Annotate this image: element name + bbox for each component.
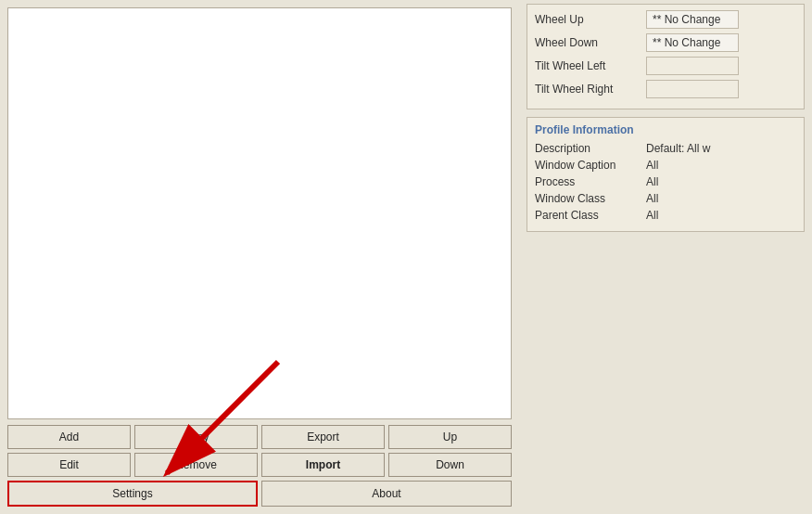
description-label: Description bbox=[535, 142, 646, 155]
mouse-section: Wheel Up ** No Change Wheel Down ** No C… bbox=[527, 4, 805, 109]
left-panel: Add Copy Export Up Edit Remove Import Do… bbox=[0, 0, 519, 514]
tilt-right-row: Tilt Wheel Right bbox=[535, 80, 796, 98]
wheel-down-label: Wheel Down bbox=[535, 36, 646, 49]
wheel-down-value: ** No Change bbox=[646, 33, 739, 52]
window-caption-value: All bbox=[646, 159, 658, 172]
settings-button[interactable]: Settings bbox=[7, 481, 258, 507]
tilt-left-value bbox=[646, 57, 739, 75]
tilt-left-label: Tilt Wheel Left bbox=[535, 59, 646, 72]
button-row-3: Settings About bbox=[7, 481, 512, 507]
parent-class-label: Parent Class bbox=[535, 209, 646, 222]
up-button[interactable]: Up bbox=[388, 425, 512, 449]
tilt-right-label: Tilt Wheel Right bbox=[535, 83, 646, 96]
about-button[interactable]: About bbox=[261, 481, 512, 507]
button-row-2: Edit Remove Import Down bbox=[7, 453, 512, 477]
copy-button[interactable]: Copy bbox=[134, 425, 258, 449]
tilt-right-value bbox=[646, 80, 739, 98]
main-container: Add Copy Export Up Edit Remove Import Do… bbox=[0, 0, 812, 514]
wheel-up-value: ** No Change bbox=[646, 10, 739, 29]
description-row: Description Default: All w bbox=[535, 142, 796, 155]
profile-section-title: Profile Information bbox=[535, 123, 796, 136]
tilt-left-row: Tilt Wheel Left bbox=[535, 57, 796, 75]
remove-button[interactable]: Remove bbox=[134, 453, 258, 477]
profile-section: Profile Information Description Default:… bbox=[527, 117, 805, 232]
description-value: Default: All w bbox=[646, 142, 710, 155]
down-button[interactable]: Down bbox=[388, 453, 512, 477]
window-class-value: All bbox=[646, 192, 658, 205]
process-label: Process bbox=[535, 175, 646, 188]
parent-class-value: All bbox=[646, 209, 658, 222]
add-button[interactable]: Add bbox=[7, 425, 131, 449]
button-row-1: Add Copy Export Up bbox=[7, 425, 512, 449]
right-panel: Wheel Up ** No Change Wheel Down ** No C… bbox=[519, 0, 812, 514]
process-value: All bbox=[646, 175, 658, 188]
window-class-row: Window Class All bbox=[535, 192, 796, 205]
list-area bbox=[7, 7, 512, 419]
wheel-up-label: Wheel Up bbox=[535, 13, 646, 26]
window-caption-row: Window Caption All bbox=[535, 159, 796, 172]
edit-button[interactable]: Edit bbox=[7, 453, 131, 477]
wheel-down-row: Wheel Down ** No Change bbox=[535, 33, 796, 52]
import-button[interactable]: Import bbox=[261, 453, 385, 477]
wheel-up-row: Wheel Up ** No Change bbox=[535, 10, 796, 29]
window-class-label: Window Class bbox=[535, 192, 646, 205]
export-button[interactable]: Export bbox=[261, 425, 385, 449]
window-caption-label: Window Caption bbox=[535, 159, 646, 172]
parent-class-row: Parent Class All bbox=[535, 209, 796, 222]
process-row: Process All bbox=[535, 175, 796, 188]
